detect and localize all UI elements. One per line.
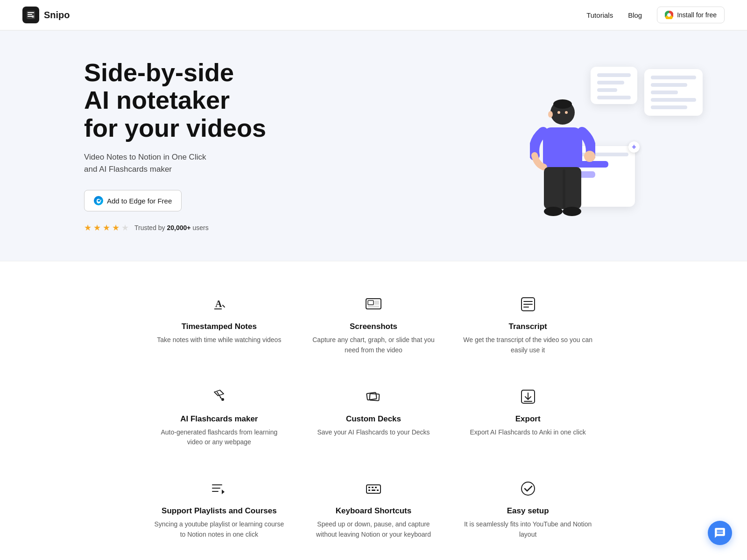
custom-decks-title: Custom Decks bbox=[308, 414, 440, 424]
logo[interactable]: Snipo bbox=[22, 7, 70, 23]
hero-cta-button[interactable]: Add to Edge for Free bbox=[84, 190, 182, 211]
features-section: A Timestamped Notes Take notes with time… bbox=[0, 261, 747, 560]
keyboard-icon bbox=[308, 477, 440, 500]
hero-subtitle: Video Notes to Notion in One Click and A… bbox=[84, 151, 266, 175]
nav-blog[interactable]: Blog bbox=[628, 11, 642, 19]
ai-flashcards-desc: Auto-generated flashcards from learning … bbox=[153, 427, 285, 448]
chat-icon bbox=[714, 527, 726, 539]
svg-point-5 bbox=[94, 196, 103, 205]
svg-point-13 bbox=[563, 207, 581, 216]
edge-icon bbox=[94, 196, 103, 205]
feature-easy-setup: Easy setup It is seamlessly fits into Yo… bbox=[458, 474, 598, 543]
hero-text: Side-by-side AI notetaker for your video… bbox=[84, 59, 266, 233]
timestamped-notes-icon: A bbox=[153, 293, 285, 315]
svg-point-14 bbox=[557, 111, 560, 114]
hero-section: Side-by-side AI notetaker for your video… bbox=[0, 31, 747, 261]
screenshots-icon bbox=[308, 293, 440, 315]
trusted-text: Trusted by 20,000+ users bbox=[134, 224, 209, 231]
custom-decks-desc: Save your AI Flashcards to your Decks bbox=[308, 427, 440, 438]
svg-point-9 bbox=[584, 151, 595, 162]
hero-title: Side-by-side AI notetaker for your video… bbox=[84, 59, 266, 142]
svg-point-16 bbox=[548, 111, 553, 118]
hero-illustration: + bbox=[504, 62, 710, 230]
transcript-title: Transcript bbox=[462, 322, 594, 331]
star-4: ★ bbox=[112, 223, 120, 233]
transcript-desc: We get the transcript of the video so yo… bbox=[462, 335, 594, 355]
chat-bubble[interactable] bbox=[708, 521, 732, 545]
doc-card-top bbox=[591, 67, 637, 104]
logo-text: Snipo bbox=[44, 10, 70, 21]
svg-point-12 bbox=[544, 207, 563, 216]
svg-rect-44 bbox=[377, 490, 379, 491]
svg-rect-22 bbox=[374, 301, 379, 305]
svg-rect-42 bbox=[368, 490, 370, 491]
doc-card-top-right bbox=[644, 69, 703, 116]
hero-cta-label: Add to Edge for Free bbox=[107, 197, 172, 205]
playlists-desc: Syncing a youtube playlist or learning c… bbox=[153, 519, 285, 539]
easy-setup-title: Easy setup bbox=[462, 506, 594, 516]
svg-point-45 bbox=[521, 482, 535, 495]
star-1: ★ bbox=[84, 223, 92, 233]
feature-transcript: Transcript We get the transcript of the … bbox=[458, 289, 598, 359]
ai-flashcards-title: AI Flashcards maker bbox=[153, 414, 285, 424]
transcript-icon bbox=[462, 293, 594, 315]
nav-links: Tutorials Blog Install for free bbox=[586, 7, 725, 23]
svg-point-15 bbox=[565, 111, 568, 114]
playlists-title: Support Playlists and Courses bbox=[153, 506, 285, 516]
export-desc: Export AI Flashcards to Anki in one clic… bbox=[462, 427, 594, 438]
install-btn-label: Install for free bbox=[677, 11, 717, 19]
person-illustration bbox=[530, 95, 595, 230]
svg-point-7 bbox=[553, 99, 572, 109]
feature-export: Export Export AI Flashcards to Anki in o… bbox=[458, 382, 598, 451]
custom-decks-icon bbox=[308, 385, 440, 408]
svg-rect-39 bbox=[368, 487, 370, 488]
nav-tutorials[interactable]: Tutorials bbox=[586, 11, 613, 19]
svg-text:A: A bbox=[215, 299, 222, 309]
svg-rect-8 bbox=[543, 127, 582, 169]
svg-rect-23 bbox=[368, 306, 379, 308]
star-2: ★ bbox=[93, 223, 101, 233]
timestamped-notes-desc: Take notes with time while watching vide… bbox=[153, 335, 285, 345]
export-title: Export bbox=[462, 414, 594, 424]
svg-point-4 bbox=[668, 14, 670, 16]
keyboard-desc: Speed up or down, pause, and capture wit… bbox=[308, 519, 440, 539]
screenshots-title: Screenshots bbox=[308, 322, 440, 331]
svg-rect-41 bbox=[375, 487, 377, 488]
feature-screenshots: Screenshots Capture any chart, graph, or… bbox=[304, 289, 444, 359]
feature-timestamped-notes: A Timestamped Notes Take notes with time… bbox=[149, 289, 289, 359]
svg-line-19 bbox=[223, 305, 225, 307]
keyboard-title: Keyboard Shortcuts bbox=[308, 506, 440, 516]
feature-ai-flashcards: AI Flashcards maker Auto-generated flash… bbox=[149, 382, 289, 451]
screenshots-desc: Capture any chart, graph, or slide that … bbox=[308, 335, 440, 355]
easy-setup-icon bbox=[462, 477, 594, 500]
timestamped-notes-title: Timestamped Notes bbox=[153, 322, 285, 331]
install-button[interactable]: Install for free bbox=[657, 7, 725, 23]
ai-flashcards-icon bbox=[153, 385, 285, 408]
star-5: ★ bbox=[121, 223, 129, 233]
easy-setup-desc: It is seamlessly fits into YouTube and N… bbox=[462, 519, 594, 539]
svg-rect-40 bbox=[372, 487, 374, 488]
star-3: ★ bbox=[103, 223, 110, 233]
logo-icon bbox=[22, 7, 39, 23]
chrome-icon bbox=[665, 11, 673, 19]
svg-rect-38 bbox=[366, 485, 381, 493]
features-grid: A Timestamped Notes Take notes with time… bbox=[149, 289, 598, 543]
feature-playlists: Support Playlists and Courses Syncing a … bbox=[149, 474, 289, 543]
feature-keyboard: Keyboard Shortcuts Speed up or down, pau… bbox=[304, 474, 444, 543]
svg-rect-1 bbox=[32, 15, 34, 18]
svg-rect-43 bbox=[372, 490, 375, 491]
svg-rect-21 bbox=[368, 301, 374, 305]
svg-rect-11 bbox=[563, 169, 565, 209]
rating-stars: ★ ★ ★ ★ ★ Trusted by 20,000+ users bbox=[84, 223, 266, 233]
doc-plus-icon: + bbox=[628, 141, 640, 153]
export-icon bbox=[462, 385, 594, 408]
feature-custom-decks: Custom Decks Save your AI Flashcards to … bbox=[304, 382, 444, 451]
playlists-icon bbox=[153, 477, 285, 500]
